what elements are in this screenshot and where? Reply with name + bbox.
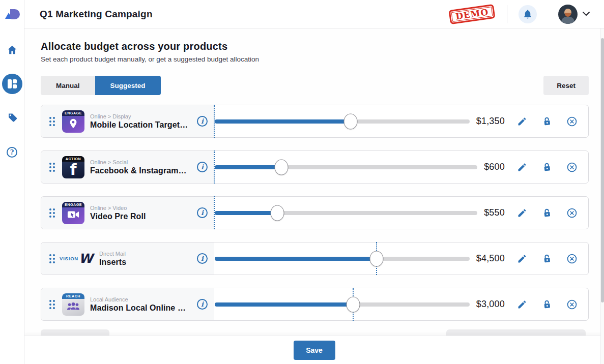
- budget-value: $1,350: [476, 116, 505, 127]
- sidebar-nav: ?: [2, 28, 22, 162]
- product-row: ENGAGE Online > Display Mobile Location …: [41, 105, 589, 138]
- page-subtitle: Set each product budget manually, or get…: [41, 55, 589, 63]
- page-title: Allocate budget across your products: [41, 41, 589, 52]
- save-bar: Save: [24, 336, 604, 364]
- avatar: [558, 5, 578, 24]
- help-icon[interactable]: ?: [2, 142, 22, 162]
- vendor-badge: ENGAGE: [62, 110, 84, 116]
- budget-slider[interactable]: [214, 242, 470, 275]
- vendor-badge: VISION: [60, 256, 78, 261]
- reset-button[interactable]: Reset: [543, 76, 589, 95]
- info-icon[interactable]: i: [197, 299, 208, 310]
- remove-circle-x-icon[interactable]: [566, 207, 578, 219]
- app-window: ? Q1 Marketing Campaign DEMO: [0, 0, 604, 364]
- home-icon[interactable]: [2, 40, 22, 60]
- app-logo-icon: [0, 0, 24, 28]
- edit-pencil-icon[interactable]: [516, 162, 528, 173]
- product-name: Mobile Location Target…: [90, 120, 193, 130]
- product-icon-audience: REACH: [62, 293, 84, 316]
- next-row-peek: [41, 329, 109, 336]
- edit-pencil-icon[interactable]: [516, 116, 528, 127]
- product-list: ENGAGE Online > Display Mobile Location …: [41, 105, 589, 321]
- next-row-peek: [446, 329, 586, 336]
- product-category: Local Audience: [90, 296, 193, 302]
- info-icon[interactable]: i: [197, 162, 208, 172]
- tab-manual[interactable]: Manual: [41, 76, 95, 95]
- product-row: ACTION f Online > Social Facebook & Inst…: [41, 150, 589, 184]
- info-icon[interactable]: i: [197, 253, 208, 264]
- sidebar: ?: [0, 0, 24, 364]
- lock-icon[interactable]: [541, 299, 553, 310]
- scrollbar[interactable]: [600, 28, 604, 364]
- chevron-down-icon: [583, 12, 590, 16]
- lock-icon[interactable]: [541, 116, 553, 127]
- user-menu[interactable]: [558, 5, 590, 24]
- product-icon-facebook: ACTION f: [62, 156, 84, 178]
- product-name: Facebook & Instagram…: [90, 166, 193, 175]
- campaign-title: Q1 Marketing Campaign: [40, 9, 153, 20]
- slider-handle[interactable]: [369, 251, 383, 266]
- budget-slider[interactable]: [214, 196, 477, 229]
- scrollbar-thumb[interactable]: [601, 38, 604, 302]
- product-row: VISION W Direct Mail Inserts i: [41, 242, 589, 275]
- product-row: ENGAGE Online > Video Video Pre Roll i: [41, 196, 589, 229]
- slider-handle[interactable]: [274, 159, 288, 175]
- tab-suggested[interactable]: Suggested: [95, 76, 161, 95]
- budget-allocation-panel: Allocate budget across your products Set…: [24, 28, 604, 336]
- drag-handle-icon[interactable]: [49, 300, 55, 309]
- product-category: Online > Display: [90, 113, 193, 119]
- top-bar: Q1 Marketing Campaign DEMO: [24, 0, 604, 28]
- product-row: REACH Local Audience Madison Local Onlin…: [41, 288, 589, 321]
- vendor-badge: ENGAGE: [62, 202, 84, 207]
- budget-slider[interactable]: [214, 150, 477, 184]
- remove-circle-x-icon[interactable]: [566, 162, 578, 173]
- remove-circle-x-icon[interactable]: [566, 299, 578, 310]
- product-icon-video: ENGAGE: [62, 202, 84, 224]
- edit-pencil-icon[interactable]: [516, 299, 528, 310]
- vendor-badge: ACTION: [62, 156, 84, 162]
- product-icon-location-pin: ENGAGE: [62, 110, 84, 133]
- budget-value: $3,000: [476, 299, 505, 310]
- product-category: Online > Social: [90, 159, 193, 165]
- header-divider: [507, 5, 507, 23]
- allocation-mode-tabs: Manual Suggested: [41, 76, 161, 95]
- vendor-badge: REACH: [62, 293, 84, 299]
- notifications-bell-icon[interactable]: [519, 5, 537, 23]
- budget-value: $600: [484, 162, 505, 172]
- demo-badge: DEMO: [448, 4, 495, 24]
- edit-pencil-icon[interactable]: [516, 207, 528, 219]
- slider-handle[interactable]: [344, 113, 358, 129]
- product-name: Madison Local Online …: [90, 304, 193, 313]
- drag-handle-icon[interactable]: [49, 117, 55, 126]
- product-name: Video Pre Roll: [90, 212, 193, 221]
- drag-handle-icon[interactable]: [49, 163, 55, 172]
- remove-circle-x-icon[interactable]: [566, 253, 578, 264]
- save-button[interactable]: Save: [294, 341, 335, 360]
- budget-slider[interactable]: [214, 288, 470, 321]
- budget-value: $4,500: [476, 253, 505, 264]
- info-icon[interactable]: i: [197, 207, 208, 218]
- drag-handle-icon[interactable]: [49, 254, 55, 263]
- lock-icon[interactable]: [541, 207, 553, 219]
- drag-handle-icon[interactable]: [49, 208, 55, 218]
- product-name: Inserts: [99, 258, 193, 267]
- slider-handle[interactable]: [347, 296, 360, 312]
- tag-icon[interactable]: [2, 108, 22, 128]
- edit-pencil-icon[interactable]: [516, 253, 528, 264]
- budget-value: $550: [484, 207, 505, 218]
- slider-handle[interactable]: [271, 205, 284, 221]
- budget-slider[interactable]: [214, 105, 470, 138]
- product-category: Direct Mail: [99, 251, 193, 257]
- budget-dashboard-icon[interactable]: [2, 74, 22, 94]
- remove-circle-x-icon[interactable]: [566, 116, 578, 127]
- product-category: Online > Video: [90, 205, 193, 211]
- product-icon-vision: VISION W: [60, 252, 95, 265]
- lock-icon[interactable]: [541, 162, 553, 173]
- lock-icon[interactable]: [541, 253, 553, 264]
- info-icon[interactable]: i: [197, 116, 208, 127]
